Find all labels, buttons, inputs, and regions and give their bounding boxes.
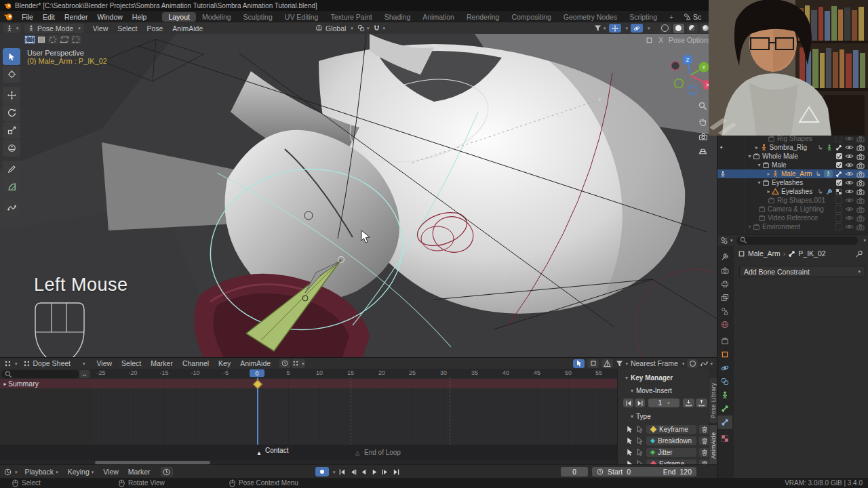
select-keys-icon[interactable] (626, 426, 633, 433)
editor-type-button[interactable]: ▾ (3, 24, 21, 33)
timeline-ruler[interactable]: -25 -20 -15 -10 -5 5 10 15 20 25 30 35 4… (92, 369, 617, 378)
deselect-keys-icon[interactable] (636, 426, 644, 433)
camera-icon[interactable] (856, 171, 865, 178)
auto-keying-toggle[interactable] (315, 467, 329, 476)
proportional-icon[interactable] (646, 37, 653, 44)
outliner-row-eyelashes-collection[interactable]: ▾ Eyelashes (717, 178, 868, 187)
exclude-checkbox[interactable] (835, 205, 842, 213)
play-button[interactable] (370, 468, 379, 476)
insert-up-button[interactable] (696, 399, 707, 407)
vp-menu-view[interactable]: View (88, 24, 113, 33)
properties-search[interactable] (736, 237, 859, 245)
dope-menu-channel[interactable]: Channel (178, 359, 214, 367)
proportional-edit-dropdown[interactable]: ▾ (373, 24, 385, 32)
exclude-checkbox[interactable] (836, 153, 842, 159)
menu-help[interactable]: Help (127, 13, 152, 21)
gizmos-toggle[interactable] (609, 24, 621, 33)
tab-world[interactable] (717, 318, 732, 331)
dope-menu-animaide[interactable]: AnimAide (235, 359, 275, 367)
menu-window[interactable]: Window (92, 13, 127, 21)
dope-menu-select[interactable]: Select (117, 359, 146, 367)
eye-icon[interactable] (845, 162, 854, 168)
camera-icon[interactable] (856, 136, 865, 142)
tool-move[interactable] (3, 87, 20, 104)
footer-menu-playback[interactable]: Playback▾ (20, 468, 63, 476)
camera-icon[interactable] (856, 144, 865, 151)
marker-label-contact[interactable]: Contact (265, 447, 288, 454)
dope-menu-view[interactable]: View (92, 359, 117, 367)
keying-icon-button[interactable]: ▾ (292, 359, 305, 368)
eye-icon[interactable] (845, 206, 854, 212)
key-type-button[interactable]: Breakdown (646, 436, 696, 445)
channel-search[interactable] (1, 370, 79, 378)
timeline-editor-type-button[interactable]: ▾ (4, 468, 18, 476)
select-mode-extra[interactable] (71, 35, 81, 44)
edit-mode-pointer-toggle[interactable] (573, 359, 585, 368)
tab-view-layer[interactable] (717, 291, 732, 304)
sidebar-tab-pose-library[interactable]: Pose Library (709, 377, 717, 424)
footer-menu-keying[interactable]: Keying▾ (63, 468, 99, 476)
properties-editor-type[interactable]: ▾ (720, 237, 733, 245)
move-amount-field[interactable]: 1▾ (648, 399, 679, 407)
end-value[interactable]: 120 (679, 468, 692, 476)
marker-triangle-normal[interactable]: △ (355, 450, 359, 456)
jump-to-start-button[interactable] (338, 468, 347, 476)
add-workspace-button[interactable]: + (663, 12, 679, 22)
start-value[interactable]: 0 (627, 468, 631, 476)
workspace-tab-texture-paint[interactable]: Texture Paint (324, 12, 378, 22)
camera-icon[interactable] (856, 153, 865, 160)
vp-menu-pose[interactable]: Pose (142, 24, 167, 33)
camera-icon[interactable] (856, 215, 865, 222)
camera-icon[interactable] (856, 162, 865, 169)
workspace-tab-modeling[interactable]: Modeling (196, 12, 237, 22)
select-mode-lasso[interactable] (59, 35, 70, 44)
tab-render[interactable] (717, 264, 732, 277)
playback-sync-button[interactable] (279, 359, 290, 368)
outliner-row-sombra-rig[interactable]: • ▸ Sombra_Rig ↳ (717, 143, 868, 152)
eye-icon[interactable] (845, 215, 854, 221)
select-keys-icon[interactable] (626, 449, 633, 456)
footer-menu-marker[interactable]: Marker (123, 468, 155, 476)
key-type-button[interactable]: Keyframe (646, 425, 696, 434)
workspace-tab-shading[interactable]: Shading (378, 12, 417, 22)
camera-icon[interactable] (856, 180, 865, 186)
select-mode-tweak[interactable] (24, 35, 35, 44)
tool-measure[interactable] (3, 178, 20, 195)
vp-menu-animaide[interactable]: AnimAide (167, 24, 208, 33)
tool-pose-breakdowner[interactable] (3, 199, 20, 216)
workspace-tab-sculpting[interactable]: Sculpting (237, 12, 279, 22)
exclude-checkbox[interactable] (836, 180, 842, 186)
blender-menu-icon[interactable] (4, 12, 13, 21)
deselect-keys-icon[interactable] (636, 437, 644, 445)
eye-icon[interactable] (845, 188, 854, 195)
falloff-dropdown[interactable]: ▾ (701, 360, 713, 367)
eye-icon[interactable] (845, 171, 854, 177)
workspace-tab-animation[interactable]: Animation (416, 12, 460, 22)
insert-down-button[interactable] (683, 399, 694, 407)
pan-hand-icon[interactable] (698, 117, 707, 126)
pin-icon[interactable] (855, 250, 863, 258)
eye-icon[interactable] (845, 136, 854, 142)
zoom-icon[interactable] (698, 102, 707, 110)
exclude-checkbox[interactable] (836, 162, 842, 168)
tab-bone[interactable] (717, 402, 732, 415)
trash-icon[interactable] (699, 425, 709, 434)
marker-triangle-selected[interactable]: ▲ (256, 450, 262, 456)
exclude-checkbox[interactable] (835, 197, 842, 204)
tool-scale[interactable] (3, 122, 20, 139)
frame-range-fields[interactable]: Start 0 End 120 (592, 467, 696, 476)
outliner-row-video-reference[interactable]: Video Reference (717, 214, 868, 222)
mode-selector[interactable]: Pose Mode ▾ (24, 24, 84, 33)
outliner-row-rig-shapes-001[interactable]: Rig Shapes.001 (717, 196, 868, 205)
tool-transform[interactable] (3, 140, 20, 157)
outliner-row-camera-lighting[interactable]: Camera & Lighting (717, 205, 868, 214)
breadcrumb-object[interactable]: Male_Arm (748, 249, 781, 258)
menu-edit[interactable]: Edit (38, 13, 60, 21)
sync-clock-button[interactable] (161, 467, 173, 476)
tool-rotate[interactable] (3, 104, 20, 121)
orientation-dropdown[interactable]: Global ▾ (315, 24, 353, 33)
camera-icon[interactable] (856, 188, 865, 195)
snap-dropdown[interactable]: ▾ (357, 24, 370, 32)
prev-keyframe-button[interactable] (349, 468, 357, 476)
type-section-header[interactable]: ▾ Type (629, 413, 709, 420)
